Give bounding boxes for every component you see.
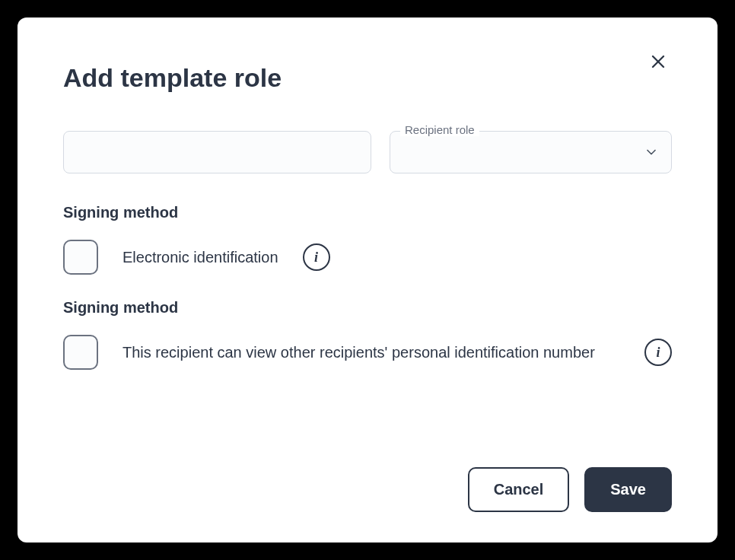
- form-row: Recipient role: [63, 131, 672, 173]
- electronic-id-checkbox[interactable]: [63, 240, 98, 275]
- modal-header: Add template role: [63, 63, 672, 93]
- info-button[interactable]: i: [644, 339, 672, 366]
- checkbox-row: This recipient can view other recipients…: [63, 335, 672, 370]
- close-icon: [648, 51, 669, 72]
- checkbox-left: This recipient can view other recipients…: [63, 335, 620, 370]
- signing-method-section-1: Signing method Electronic identification…: [63, 204, 672, 275]
- recipient-role-label: Recipient role: [400, 123, 479, 136]
- info-icon: i: [314, 250, 318, 266]
- info-icon: i: [656, 345, 660, 361]
- checkbox-row: Electronic identification i: [63, 240, 672, 275]
- signing-method-section-2: Signing method This recipient can view o…: [63, 299, 672, 370]
- close-button[interactable]: [644, 48, 672, 78]
- info-button[interactable]: i: [303, 243, 330, 271]
- section-title: Signing method: [63, 204, 672, 221]
- modal-title: Add template role: [63, 63, 282, 93]
- section-title: Signing method: [63, 299, 672, 317]
- add-template-role-modal: Add template role Recipient role Signing…: [18, 18, 718, 542]
- view-pin-checkbox[interactable]: [63, 335, 98, 370]
- view-pin-label: This recipient can view other recipients…: [123, 341, 595, 364]
- button-row: Cancel Save: [63, 467, 672, 512]
- cancel-button[interactable]: Cancel: [468, 467, 570, 512]
- recipient-role-select[interactable]: [390, 131, 672, 173]
- chevron-down-icon: [644, 145, 659, 160]
- recipient-role-wrapper: Recipient role: [390, 131, 672, 173]
- name-input[interactable]: [63, 131, 371, 173]
- electronic-id-label: Electronic identification: [123, 246, 278, 269]
- save-button[interactable]: Save: [584, 467, 672, 512]
